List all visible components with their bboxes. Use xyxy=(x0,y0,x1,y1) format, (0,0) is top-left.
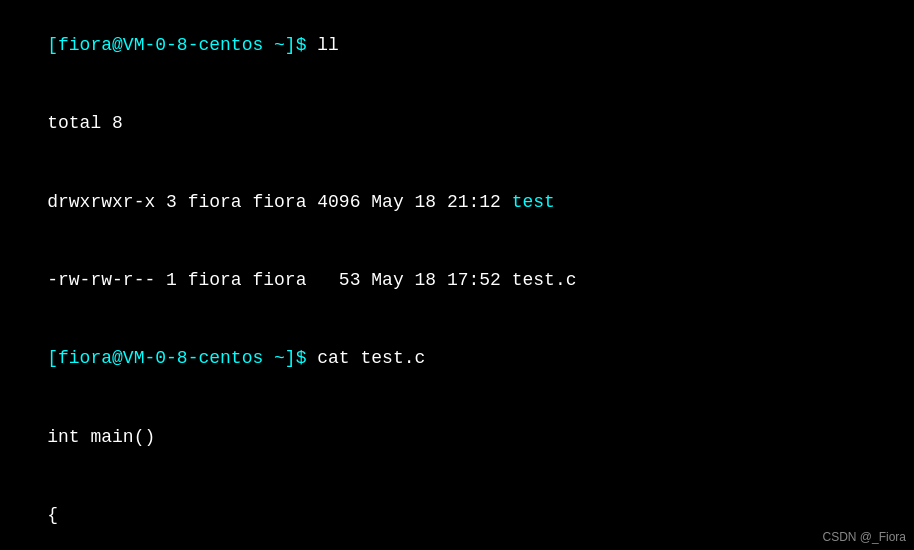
line-3: drwxrwxr-x 3 fiora fiora 4096 May 18 21:… xyxy=(4,163,910,241)
text-6: int main() xyxy=(47,427,155,447)
prompt-5: [fiora@VM-0-8-centos ~]$ xyxy=(47,348,317,368)
line-1: [fiora@VM-0-8-centos ~]$ ll xyxy=(4,6,910,84)
line-2: total 8 xyxy=(4,84,910,162)
text-4: -rw-rw-r-- 1 fiora fiora 53 May 18 17:52… xyxy=(47,270,576,290)
line-4: -rw-rw-r-- 1 fiora fiora 53 May 18 17:52… xyxy=(4,241,910,319)
dir-name: test xyxy=(512,192,555,212)
line-7: { xyxy=(4,476,910,550)
terminal-window: [fiora@VM-0-8-centos ~]$ ll total 8 drwx… xyxy=(0,0,914,550)
text-2: total 8 xyxy=(47,113,123,133)
watermark: CSDN @_Fiora xyxy=(822,530,906,544)
text-7: { xyxy=(47,505,58,525)
line-6: int main() xyxy=(4,397,910,475)
cmd-1: ll xyxy=(317,35,339,55)
cmd-5: cat test.c xyxy=(317,348,425,368)
line-5: [fiora@VM-0-8-centos ~]$ cat test.c xyxy=(4,319,910,397)
text-3: drwxrwxr-x 3 fiora fiora 4096 May 18 21:… xyxy=(47,192,511,212)
prompt-1: [fiora@VM-0-8-centos ~]$ xyxy=(47,35,317,55)
